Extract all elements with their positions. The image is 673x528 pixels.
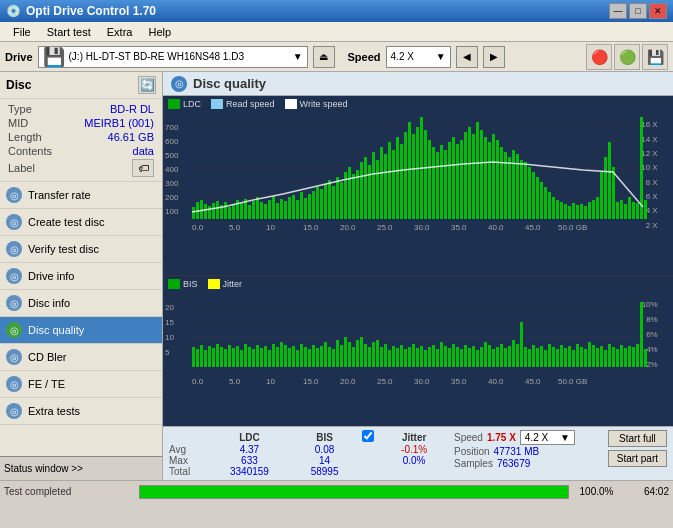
svg-rect-224 [436,349,439,367]
svg-text:4%: 4% [646,345,658,354]
svg-rect-194 [316,348,319,367]
speed-dropdown[interactable]: 4.2 X ▼ [520,430,575,445]
svg-rect-185 [280,342,283,367]
svg-rect-225 [440,342,443,367]
sidebar-item-cd-bler[interactable]: ◎ CD Bler [0,344,162,371]
max-ldc-value: 633 [212,455,287,466]
svg-text:25.0: 25.0 [377,223,393,232]
menu-help[interactable]: Help [140,25,179,39]
svg-text:20: 20 [165,303,174,312]
svg-rect-28 [212,203,215,219]
svg-rect-195 [320,346,323,367]
svg-rect-231 [464,345,467,367]
svg-rect-130 [620,200,623,219]
sidebar-item-drive-info[interactable]: ◎ Drive info [0,263,162,290]
samples-value: 763679 [497,458,530,469]
svg-rect-211 [384,344,387,367]
svg-rect-273 [632,347,635,367]
sidebar-item-label: Disc info [28,297,70,309]
svg-rect-115 [560,202,563,219]
svg-rect-179 [256,345,259,367]
svg-text:0.0: 0.0 [192,377,204,386]
svg-text:5: 5 [165,348,170,357]
svg-rect-83 [432,147,435,219]
drive-selector[interactable]: 💾 (J:) HL-DT-ST BD-RE WH16NS48 1.D3 ▼ [38,46,308,68]
svg-rect-127 [608,142,611,219]
eject-button[interactable]: ⏏ [313,46,335,68]
svg-rect-242 [508,346,511,367]
svg-text:50.0 GB: 50.0 GB [558,377,587,386]
svg-rect-238 [492,349,495,367]
svg-text:15.0: 15.0 [303,223,319,232]
menu-file[interactable]: File [5,25,39,39]
sidebar-item-disc-info[interactable]: ◎ Disc info [0,290,162,317]
svg-text:8 X: 8 X [646,178,659,187]
disc-title: Disc [6,78,31,92]
start-full-button[interactable]: Start full [608,430,667,447]
svg-rect-47 [288,197,291,219]
status-window-label: Status window >> [4,463,83,474]
sidebar-item-verify-test-disc[interactable]: ◎ Verify test disc [0,236,162,263]
svg-rect-175 [240,350,243,367]
svg-rect-246 [524,347,527,367]
sidebar-item-extra-tests[interactable]: ◎ Extra tests [0,398,162,425]
svg-text:10: 10 [266,377,275,386]
svg-rect-96 [484,137,487,219]
svg-rect-176 [244,344,247,367]
svg-text:14 X: 14 X [641,135,658,144]
sidebar-item-transfer-rate[interactable]: ◎ Transfer rate [0,182,162,209]
speed-down-button[interactable]: ◀ [456,46,478,68]
sidebar-item-label: Verify test disc [28,243,99,255]
svg-rect-77 [408,122,411,219]
svg-rect-76 [404,132,407,219]
svg-rect-233 [472,346,475,367]
avg-bis-value: 0.08 [287,444,362,455]
start-part-button[interactable]: Start part [608,450,667,467]
jitter-checkbox[interactable] [362,430,374,442]
sidebar-item-disc-quality[interactable]: ◎ Disc quality [0,317,162,344]
svg-rect-184 [276,347,279,367]
bis-legend: BIS Jitter [163,276,673,292]
label-icon-button[interactable]: 🏷 [132,159,154,177]
menu-extra[interactable]: Extra [99,25,141,39]
progress-container [139,485,569,499]
maximize-button[interactable]: □ [629,3,647,19]
app-title: Opti Drive Control 1.70 [26,4,156,18]
svg-rect-205 [360,337,363,367]
sidebar-item-label: CD Bler [28,351,67,363]
jitter-col-header: Jitter [379,430,449,444]
sidebar-item-create-test-disc[interactable]: ◎ Create test disc [0,209,162,236]
svg-rect-59 [336,177,339,219]
svg-rect-276 [644,349,647,367]
speed-stat-value: 1.75 X [487,432,516,443]
svg-rect-46 [284,201,287,219]
svg-rect-26 [204,204,207,219]
svg-rect-124 [596,197,599,219]
svg-rect-109 [536,177,539,219]
write-speed-legend-label: Write speed [300,99,348,109]
svg-rect-228 [452,344,455,367]
toolbar-red-button[interactable]: 🔴 [586,44,612,70]
close-button[interactable]: ✕ [649,3,667,19]
max-jitter-value: 0.0% [379,455,449,466]
speed-selector[interactable]: 4.2 X ▼ [386,46,451,68]
svg-rect-134 [636,203,639,219]
svg-rect-217 [408,347,411,367]
menu-start-test[interactable]: Start test [39,25,99,39]
svg-rect-173 [232,348,235,367]
svg-text:600: 600 [165,137,179,146]
svg-rect-98 [492,134,495,219]
svg-rect-236 [484,342,487,367]
svg-text:2 X: 2 X [646,221,659,230]
sidebar-item-fe-te[interactable]: ◎ FE / TE [0,371,162,398]
contents-value: data [133,145,154,157]
svg-rect-81 [424,130,427,219]
svg-rect-219 [416,348,419,367]
disc-refresh-button[interactable]: 🔄 [138,76,156,94]
toolbar-green-button[interactable]: 🟢 [614,44,640,70]
speed-up-button[interactable]: ▶ [483,46,505,68]
ldc-legend-label: LDC [183,99,201,109]
minimize-button[interactable]: — [609,3,627,19]
svg-rect-180 [260,348,263,367]
toolbar-save-button[interactable]: 💾 [642,44,668,70]
